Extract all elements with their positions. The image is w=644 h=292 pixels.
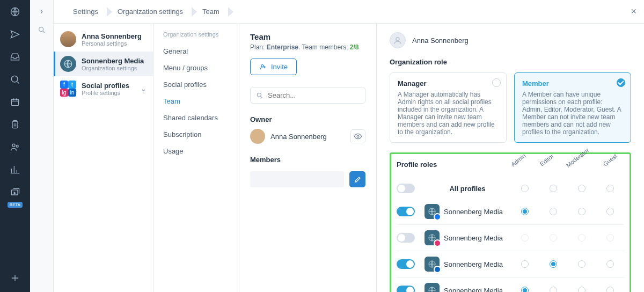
profile-icon xyxy=(425,204,440,219)
account-sub: Profile settings xyxy=(82,90,129,96)
member-row xyxy=(250,171,365,187)
role-col-guest: Guest xyxy=(601,151,620,169)
radio-moderator xyxy=(578,234,586,242)
owner-name: Anna Sonnenberg xyxy=(270,133,327,141)
account-list: Anna SonnenbergPersonal settings Sonnenb… xyxy=(54,24,153,292)
role-card-manager[interactable]: ManagerA Manager automatically has Admin… xyxy=(390,72,507,143)
profile-label: Sonnenberg Media xyxy=(425,204,510,219)
avatar xyxy=(250,129,265,144)
org-role-title: Organization role xyxy=(390,58,631,66)
close-icon[interactable]: × xyxy=(631,6,636,17)
svg-point-4 xyxy=(12,144,15,147)
all-profiles-label: All profiles xyxy=(425,185,510,193)
radio-admin[interactable] xyxy=(521,287,529,292)
nav-item-social-profiles[interactable]: Social profiles xyxy=(153,76,239,93)
logo-icon[interactable] xyxy=(9,5,21,18)
role-col-editor: Editor xyxy=(537,151,556,169)
toggle-linkedin[interactable] xyxy=(397,259,415,269)
radio-guest[interactable] xyxy=(606,287,614,292)
org-icon xyxy=(60,56,76,72)
radio-editor[interactable] xyxy=(550,260,557,268)
account-personal[interactable]: Anna SonnenbergPersonal settings xyxy=(54,27,153,52)
clipboard-icon[interactable] xyxy=(9,118,21,131)
radio-editor[interactable] xyxy=(550,287,557,292)
profile-row-linkedin: Sonnenberg Media xyxy=(397,251,624,277)
account-name: Anna Sonnenberg xyxy=(82,32,142,40)
team-panel: Team Plan: Enterprise. Team members: 2/8… xyxy=(239,24,377,292)
profile-label: Sonnenberg Media xyxy=(425,283,510,292)
svg-point-9 xyxy=(261,64,264,67)
collapse-column: › xyxy=(30,0,54,292)
radio-admin[interactable] xyxy=(521,208,529,215)
toggle-instagram[interactable] xyxy=(397,233,415,243)
svg-point-5 xyxy=(16,145,18,147)
search-icon[interactable] xyxy=(38,26,46,36)
svg-rect-3 xyxy=(12,121,18,128)
owner-heading: Owner xyxy=(250,115,365,123)
radio[interactable] xyxy=(606,185,614,192)
user-name: Anna Sonnenberg xyxy=(412,36,469,45)
profile-icon xyxy=(425,230,440,245)
radio-editor[interactable] xyxy=(550,208,557,215)
radio[interactable] xyxy=(578,185,586,192)
profile-icon xyxy=(425,257,440,272)
breadcrumb: Settings Organization settings Team × xyxy=(54,0,644,24)
breadcrumb-item[interactable]: Team xyxy=(193,8,229,16)
invite-button[interactable]: Invite xyxy=(250,59,297,75)
inbox-icon[interactable] xyxy=(9,50,21,63)
check-icon xyxy=(492,78,501,87)
account-name: Social profiles xyxy=(82,82,129,90)
send-icon[interactable] xyxy=(9,28,21,41)
account-social[interactable]: ftigin Social profilesProfile settings ⌄ xyxy=(54,76,153,101)
nav-item-usage[interactable]: Usage xyxy=(153,143,239,159)
search-input[interactable] xyxy=(250,87,365,104)
globe-search-icon[interactable] xyxy=(9,73,21,86)
account-org[interactable]: Sonnenberg MediaOrganization settings xyxy=(54,52,153,76)
social-cluster-icon: ftigin xyxy=(60,81,76,97)
chevron-right-icon[interactable]: › xyxy=(40,6,43,16)
svg-point-7 xyxy=(39,27,43,32)
team-title: Team xyxy=(250,32,365,41)
people-icon[interactable] xyxy=(9,141,21,154)
radio-guest[interactable] xyxy=(606,260,614,268)
edit-button[interactable] xyxy=(349,171,365,187)
profile-icon xyxy=(425,283,440,292)
role-col-admin: Admin xyxy=(509,151,528,169)
radio-admin[interactable] xyxy=(521,260,529,268)
svg-rect-2 xyxy=(11,99,18,106)
radio-guest[interactable] xyxy=(606,208,614,215)
toggle-facebook[interactable] xyxy=(397,207,415,216)
nav-item-menu-groups[interactable]: Menu / groups xyxy=(153,60,239,76)
radio-admin xyxy=(521,234,529,242)
beta-badge: BETA xyxy=(8,202,23,208)
radio[interactable] xyxy=(521,185,529,192)
breadcrumb-item[interactable]: Organization settings xyxy=(108,8,193,16)
nav-item-team[interactable]: Team xyxy=(153,93,239,110)
breadcrumb-item[interactable]: Settings xyxy=(63,8,108,16)
radio-moderator[interactable] xyxy=(578,260,586,268)
calendar-icon[interactable] xyxy=(9,96,21,108)
org-settings-nav: Organization settings GeneralMenu / grou… xyxy=(153,24,239,292)
all-profiles-row: All profiles xyxy=(397,178,624,199)
toggle-twitter[interactable] xyxy=(397,286,415,292)
chevron-down-icon[interactable]: ⌄ xyxy=(141,85,147,93)
radio-moderator[interactable] xyxy=(578,208,586,215)
radio-moderator[interactable] xyxy=(578,287,586,292)
owner-row: Anna Sonnenberg xyxy=(250,129,365,144)
role-card-member[interactable]: MemberA Member can have unique permissio… xyxy=(514,72,631,143)
left-rail: BETA xyxy=(0,0,30,292)
search-field[interactable] xyxy=(268,91,360,99)
radio[interactable] xyxy=(550,185,557,192)
nav-item-subscription[interactable]: Subscription xyxy=(153,126,239,143)
toggle-all[interactable] xyxy=(397,184,415,193)
add-icon[interactable] xyxy=(9,272,21,284)
svg-point-12 xyxy=(396,38,399,41)
avatar-icon xyxy=(390,32,406,48)
nav-item-shared-calendars[interactable]: Shared calendars xyxy=(153,110,239,126)
library-icon[interactable] xyxy=(9,186,21,199)
view-icon[interactable] xyxy=(350,129,365,143)
analytics-icon[interactable] xyxy=(9,163,21,176)
nav-item-general[interactable]: General xyxy=(153,43,239,60)
role-col-moderator: Moderator xyxy=(565,147,590,169)
radio-guest xyxy=(606,234,614,242)
